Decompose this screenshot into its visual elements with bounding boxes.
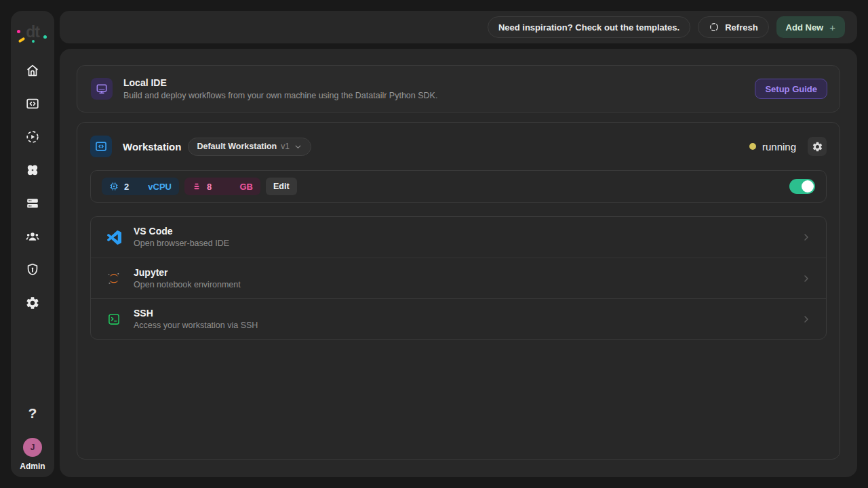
link-title: Jupyter: [134, 267, 241, 279]
gear-icon: [25, 296, 40, 310]
sidebar-item-security[interactable]: [24, 262, 41, 277]
jupyter-icon-box: [106, 271, 121, 286]
refresh-label: Refresh: [725, 22, 757, 33]
sidebar-nav: [24, 63, 41, 310]
chevron-down-icon: [294, 142, 302, 151]
cpu-value: 2: [124, 182, 129, 192]
help-label: ?: [28, 405, 37, 421]
home-icon: [25, 63, 40, 78]
status-label: running: [762, 141, 796, 152]
chevron-right-icon: [801, 273, 812, 284]
gear-icon: [812, 141, 823, 152]
memory-unit: GB: [240, 182, 254, 192]
logo-teal-dot: [32, 40, 35, 43]
workstation-icon-box: [90, 136, 112, 157]
cpu-icon: [109, 182, 119, 191]
vscode-icon-box: [106, 230, 121, 245]
server-icon: [25, 196, 40, 211]
vscode-icon: [107, 230, 121, 245]
sidebar-item-users[interactable]: [24, 229, 41, 244]
setup-guide-button[interactable]: Setup Guide: [755, 79, 827, 99]
status-indicator: running: [749, 141, 796, 152]
cpu-badge: 2 vCPU: [102, 178, 179, 195]
link-subtitle: Open notebook environment: [134, 280, 241, 290]
user-label: Admin: [20, 462, 45, 471]
topbar: Need inspiration? Check out the template…: [60, 11, 857, 43]
memory-value: 8: [207, 182, 212, 192]
logo-yellow-swoosh: [18, 37, 26, 43]
logo-period-dot: [43, 35, 47, 39]
vscode-text: VS Code Open browser-based IDE: [134, 226, 229, 249]
sidebar-item-settings[interactable]: [24, 296, 41, 310]
sidebar-item-home[interactable]: [24, 63, 41, 78]
link-title: SSH: [134, 308, 258, 319]
add-new-button[interactable]: Add New +: [776, 16, 845, 38]
link-row-ssh[interactable]: SSH Access your workstation via SSH: [91, 298, 826, 339]
main-panel: Local IDE Build and deploy workflows fro…: [60, 49, 857, 477]
memory-badge: 8 GB: [184, 178, 260, 195]
workstation-header: Workstation Default Workstation v1 runni…: [90, 136, 827, 157]
link-subtitle: Open browser-based IDE: [134, 239, 229, 249]
jupyter-text: Jupyter Open notebook environment: [134, 267, 241, 290]
workstation-card: Workstation Default Workstation v1 runni…: [77, 122, 840, 460]
users-icon: [25, 229, 40, 244]
help-button[interactable]: ?: [28, 406, 37, 420]
refresh-button[interactable]: Refresh: [698, 16, 768, 38]
cpu-unit: vCPU: [148, 182, 172, 192]
ssh-icon: [107, 312, 121, 326]
link-subtitle: Access your workstation via SSH: [134, 321, 258, 331]
toggle-knob: [802, 180, 814, 192]
avatar-initial: J: [31, 443, 35, 452]
sidebar-item-apps[interactable]: [24, 163, 41, 178]
local-ide-icon-box: [91, 78, 113, 100]
local-ide-card: Local IDE Build and deploy workflows fro…: [77, 65, 840, 113]
jupyter-icon: [106, 271, 121, 286]
link-title: VS Code: [134, 226, 229, 237]
local-ide-title: Local IDE: [123, 77, 437, 89]
plus-icon: +: [829, 22, 835, 33]
edit-resources-button[interactable]: Edit: [266, 178, 297, 195]
link-row-vscode[interactable]: VS Code Open browser-based IDE: [91, 217, 826, 258]
add-new-label: Add New: [786, 22, 824, 33]
refresh-icon: [709, 22, 719, 33]
workstation-title: Workstation: [123, 141, 181, 152]
app-logo[interactable]: dt: [18, 20, 47, 43]
sidebar-bottom: ? J Admin: [20, 406, 45, 477]
logo-letters: dt: [26, 23, 39, 41]
apps-icon: [25, 163, 40, 178]
resource-row: 2 vCPU 8 GB Edit: [90, 170, 827, 203]
workstation-settings-button[interactable]: [808, 137, 827, 156]
logo-pink-dot: [17, 30, 20, 33]
chevron-right-icon: [801, 314, 812, 325]
selector-value: Default Workstation: [197, 142, 277, 151]
monitor-icon: [95, 82, 108, 96]
selector-version: v1: [281, 142, 290, 151]
sidebar: dt: [11, 11, 54, 477]
sidebar-item-jobs[interactable]: [24, 129, 41, 144]
code-window-icon: [94, 140, 108, 153]
chevron-right-icon: [801, 232, 812, 243]
status-dot: [749, 143, 756, 150]
sidebar-item-ide[interactable]: [24, 96, 41, 111]
avatar[interactable]: J: [23, 438, 42, 457]
link-row-jupyter[interactable]: Jupyter Open notebook environment: [91, 258, 826, 298]
code-window-icon: [25, 96, 40, 111]
workstation-power-toggle[interactable]: [789, 179, 815, 194]
workstation-selector[interactable]: Default Workstation v1: [188, 138, 311, 156]
local-ide-text: Local IDE Build and deploy workflows fro…: [123, 77, 437, 101]
templates-button[interactable]: Need inspiration? Check out the template…: [488, 16, 690, 38]
sidebar-item-services[interactable]: [24, 196, 41, 211]
play-circle-icon: [25, 129, 40, 144]
ssh-icon-box: [106, 312, 121, 326]
workstation-links: VS Code Open browser-based IDE: [90, 216, 827, 340]
memory-icon: [192, 182, 201, 191]
shield-icon: [25, 262, 40, 277]
local-ide-subtitle: Build and deploy workflows from your own…: [123, 91, 437, 101]
ssh-text: SSH Access your workstation via SSH: [134, 308, 258, 331]
